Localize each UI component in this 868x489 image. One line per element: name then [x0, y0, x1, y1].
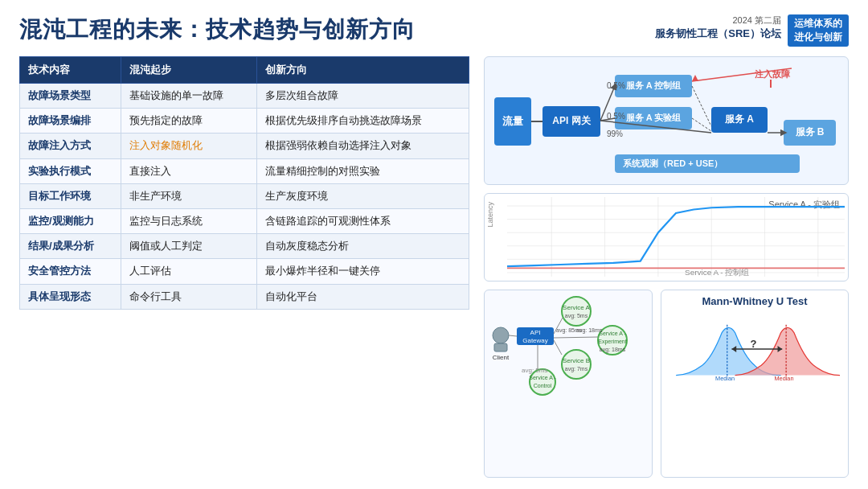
table-cell-4-1: 非生产环境 — [121, 183, 256, 208]
table-row: 结果/成果分析阈值或人工判定自动灰度稳态分析 — [20, 234, 469, 259]
svg-text:Service A -: Service A - — [599, 331, 626, 336]
table-cell-1-1: 预先指定的故障 — [121, 109, 256, 134]
table-row: 目标工作环境非生产环境生产灰度环境 — [20, 183, 469, 208]
observation-box: 系统观测（RED + USE） — [615, 154, 800, 173]
table-row: 监控/观测能力监控与日志系统含链路追踪的可观测性体系 — [20, 208, 469, 233]
svg-text:avg: 18ms: avg: 18ms — [600, 347, 626, 353]
arrow-flow-api — [531, 121, 542, 122]
svg-text:avg: 5ms: avg: 5ms — [565, 313, 588, 319]
service-a-exp-box: 服务 A 实验组 — [615, 107, 692, 129]
table-cell-0-0: 故障场景类型 — [20, 84, 121, 109]
table-row: 具体呈现形态命令行工具自动化平台 — [20, 284, 469, 309]
mann-whitney: Mann-Whitney U Test Median Median — [661, 290, 849, 478]
network-svg: Client API Gateway Service A avg: 5ms Se… — [488, 294, 649, 398]
table-cell-5-2: 含链路追踪的可观测性体系 — [256, 208, 469, 233]
svg-point-30 — [562, 297, 591, 326]
svg-text:avg: 18ms: avg: 18ms — [576, 327, 603, 334]
table-cell-2-0: 故障注入方式 — [20, 134, 121, 158]
arch-inner: 流量 API 网关 服务 A 控制组 服务 A 实验组 服务 A — [494, 65, 838, 178]
table-cell-7-0: 安全管控方法 — [20, 259, 121, 284]
inject-arrow — [770, 80, 772, 88]
table-row: 故障注入方式注入对象随机化根据强弱依赖自动选择注入对象 — [20, 134, 469, 158]
svg-text:Median: Median — [774, 375, 793, 382]
table-cell-7-1: 人工评估 — [121, 259, 256, 284]
service-b-box: 服务 B — [784, 120, 836, 146]
chart-y-label: Latency — [486, 202, 494, 228]
svg-line-4 — [692, 118, 711, 131]
table-cell-7-2: 最小爆炸半径和一键关停 — [256, 259, 469, 284]
service-a-ctrl-box: 服务 A 控制组 — [615, 75, 692, 97]
table-cell-3-2: 流量精细控制的对照实验 — [256, 158, 469, 183]
svg-rect-25 — [494, 343, 507, 351]
mw-svg: Median Median ? — [669, 310, 840, 391]
table-cell-8-2: 自动化平台 — [256, 284, 469, 309]
table-cell-6-2: 自动灰度稳态分析 — [256, 234, 469, 259]
forum-subtitle: 运维体系的 进化与创新 — [788, 14, 849, 47]
left-column: 混沌工程的未来：技术趋势与创新方向 技术内容 混沌起步 创新方向 故障场景类型基… — [19, 14, 469, 478]
svg-line-47 — [554, 337, 598, 338]
table-row: 安全管控方法人工评估最小爆炸半径和一键关停 — [20, 259, 469, 284]
svg-text:Service B: Service B — [563, 357, 590, 364]
svg-marker-7 — [692, 75, 698, 81]
svg-text:Service A - 控制组: Service A - 控制组 — [685, 268, 749, 277]
svg-text:Control: Control — [534, 383, 552, 388]
table-cell-0-2: 多层次组合故障 — [256, 84, 469, 109]
svg-text:Experiment: Experiment — [598, 339, 626, 345]
service-a-box: 服务 A — [711, 107, 768, 133]
svg-line-48 — [554, 340, 562, 355]
inject-label: 注入故障 — [755, 68, 790, 80]
forum-header: 2024 第二届 服务韧性工程（SRE）论坛 运维体系的 进化与创新 — [484, 14, 849, 47]
info-table: 技术内容 混沌起步 创新方向 故障场景类型基础设施的单一故障多层次组合故障故障场… — [19, 56, 469, 310]
svg-point-37 — [562, 350, 591, 379]
flow-box: 流量 — [494, 97, 531, 146]
table-cell-1-2: 根据优先级排序自动挑选故障场景 — [256, 109, 469, 134]
table-cell-4-0: 目标工作环境 — [20, 183, 121, 208]
svg-text:avg: 7ms: avg: 7ms — [565, 366, 588, 372]
table-cell-0-1: 基础设施的单一故障 — [121, 84, 256, 109]
table-cell-5-0: 监控/观测能力 — [20, 208, 121, 233]
table-cell-8-0: 具体呈现形态 — [20, 284, 121, 309]
col-header-1: 技术内容 — [20, 57, 121, 84]
svg-text:Gateway: Gateway — [522, 337, 548, 344]
mw-title: Mann-Whitney U Test — [669, 295, 840, 307]
svg-text:Median: Median — [715, 375, 735, 382]
table-cell-4-2: 生产灰度环境 — [256, 183, 469, 208]
table-cell-3-0: 实验执行模式 — [20, 158, 121, 183]
svg-point-24 — [493, 327, 509, 343]
network-diagram: Client API Gateway Service A avg: 5ms Se… — [484, 290, 653, 478]
table-row: 实验执行模式直接注入流量精细控制的对照实验 — [20, 158, 469, 183]
table-cell-5-1: 监控与日志系统 — [121, 208, 256, 233]
chart-area: Service A - 实验组 Latency — [484, 193, 849, 281]
arch-diagram: 流量 API 网关 服务 A 控制组 服务 A 实验组 服务 A — [484, 56, 849, 185]
right-column: 2024 第二届 服务韧性工程（SRE）论坛 运维体系的 进化与创新 流量 AP… — [484, 14, 849, 478]
table-cell-1-0: 故障场景编排 — [20, 109, 121, 134]
svg-line-45 — [509, 335, 517, 336]
svg-text:Client: Client — [493, 354, 510, 361]
api-gateway-box: API 网关 — [542, 106, 600, 137]
main-container: 混沌工程的未来：技术趋势与创新方向 技术内容 混沌起步 创新方向 故障场景类型基… — [0, 0, 868, 489]
page-title: 混沌工程的未来：技术趋势与创新方向 — [19, 14, 469, 45]
svg-text:?: ? — [750, 337, 756, 349]
pct2-label: 0.5% — [607, 112, 625, 121]
chart-svg: Service A - 控制组 30 20 10 — [507, 197, 845, 277]
table-cell-2-2: 根据强弱依赖自动选择注入对象 — [256, 134, 469, 158]
svg-text:API: API — [530, 329, 541, 336]
table-cell-3-1: 直接注入 — [121, 158, 256, 183]
table-cell-8-1: 命令行工具 — [121, 284, 256, 309]
table-row: 故障场景类型基础设施的单一故障多层次组合故障 — [20, 84, 469, 109]
forum-name: 服务韧性工程（SRE）论坛 — [655, 27, 781, 41]
forum-year: 2024 第二届 — [655, 14, 781, 27]
col-header-2: 混沌起步 — [121, 57, 256, 84]
col-header-3: 创新方向 — [256, 57, 469, 84]
table-cell-6-0: 结果/成果分析 — [20, 234, 121, 259]
pct1-label: 0.5% — [607, 81, 625, 90]
table-row: 故障场景编排预先指定的故障根据优先级排序自动挑选故障场景 — [20, 109, 469, 134]
table-cell-2-1: 注入对象随机化 — [121, 134, 256, 158]
svg-text:Service A -: Service A - — [529, 375, 556, 380]
svg-text:Service A: Service A — [563, 304, 590, 311]
avg-label-1: avg: 5ms — [522, 367, 547, 374]
svg-line-3 — [692, 86, 711, 126]
bottom-row: Client API Gateway Service A avg: 5ms Se… — [484, 290, 849, 478]
forum-info: 2024 第二届 服务韧性工程（SRE）论坛 — [655, 14, 781, 41]
table-cell-6-1: 阈值或人工判定 — [121, 234, 256, 259]
